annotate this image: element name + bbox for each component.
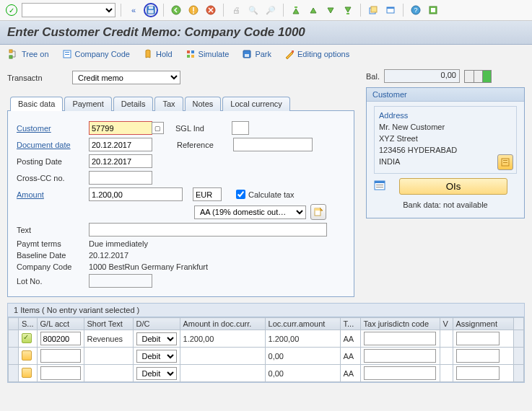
- status-warn-icon: [22, 350, 32, 361]
- col-tax[interactable]: T...: [340, 318, 360, 330]
- loc-amount-cell[interactable]: 0,00: [265, 348, 340, 365]
- exit-icon[interactable]: [186, 3, 201, 17]
- address-detail-button[interactable]: [497, 154, 513, 170]
- help-icon[interactable]: ?: [409, 3, 423, 17]
- row-selector[interactable]: [9, 348, 19, 365]
- table-row[interactable]: RevenuesDebit1.200,001.200,00AA: [9, 330, 524, 348]
- transaction-select[interactable]: Credit memo: [72, 71, 180, 84]
- items-header: 1 Items ( No entry variant selected ): [7, 303, 525, 317]
- tab-details[interactable]: Details: [113, 97, 154, 111]
- simulate-label: Simulate: [199, 50, 230, 58]
- back-icon[interactable]: [169, 3, 183, 17]
- text-input[interactable]: [89, 223, 327, 237]
- document-date-input[interactable]: [89, 138, 152, 151]
- col-short-text[interactable]: Short Text: [84, 318, 133, 330]
- currency-input[interactable]: [193, 187, 222, 201]
- ok-button[interactable]: ✓: [4, 3, 19, 17]
- calculate-tax-checkbox[interactable]: [236, 190, 245, 199]
- col-loc-amount[interactable]: Loc.curr.amount: [265, 318, 340, 330]
- assignment-input[interactable]: [456, 349, 500, 363]
- first-page-icon[interactable]: [289, 3, 303, 17]
- gl-acct-input[interactable]: [40, 366, 81, 380]
- address-line-1: Mr. New Customer: [379, 123, 512, 131]
- tab-notes[interactable]: Notes: [185, 97, 222, 111]
- cross-cc-input[interactable]: [89, 171, 152, 185]
- page-title: Enter Customer Credit Memo: Company Code…: [0, 21, 532, 45]
- back-history-icon[interactable]: «: [126, 3, 141, 17]
- customer-group: Customer Address Mr. New Customer XYZ St…: [366, 87, 525, 218]
- ois-button[interactable]: OIs: [399, 178, 507, 195]
- document-date-label[interactable]: Document date: [17, 141, 89, 149]
- tax-cell[interactable]: AA: [340, 348, 360, 365]
- prev-page-icon[interactable]: [306, 3, 320, 17]
- assignment-input[interactable]: [456, 366, 500, 380]
- command-field[interactable]: [22, 3, 115, 17]
- reference-input[interactable]: [233, 138, 313, 151]
- items-table: S... G/L acct Short Text D/C Amount in d…: [8, 317, 524, 382]
- col-dc[interactable]: D/C: [133, 318, 180, 330]
- tax-jur-input[interactable]: [364, 349, 436, 363]
- tax-cell[interactable]: AA: [340, 365, 360, 382]
- cancel-icon[interactable]: [204, 3, 218, 17]
- col-row-selector[interactable]: [9, 318, 19, 330]
- amount-doc-cell[interactable]: 1.200,00: [180, 330, 265, 348]
- park-button[interactable]: Park: [242, 49, 271, 59]
- table-row[interactable]: Debit0,00AA: [9, 348, 524, 365]
- col-status[interactable]: S...: [19, 318, 38, 330]
- editing-options-button[interactable]: Editing options: [284, 49, 349, 59]
- amount-doc-cell[interactable]: [180, 365, 265, 382]
- tax-jur-input[interactable]: [364, 366, 436, 380]
- sgl-ind-input[interactable]: [232, 121, 249, 135]
- gl-acct-input[interactable]: [40, 332, 81, 345]
- save-button[interactable]: [144, 3, 158, 17]
- svg-rect-30: [315, 208, 320, 211]
- amount-input[interactable]: [89, 187, 183, 201]
- tab-local-currency[interactable]: Local currency: [222, 97, 290, 111]
- short-text-cell: [84, 348, 133, 365]
- tax-cell[interactable]: AA: [340, 330, 360, 348]
- amount-label[interactable]: Amount: [17, 190, 89, 199]
- customize-icon[interactable]: [426, 3, 440, 17]
- table-row[interactable]: Debit0,00AA: [9, 365, 524, 382]
- svg-rect-12: [387, 7, 394, 9]
- svg-rect-23: [191, 50, 194, 53]
- company-code-button[interactable]: Company Code: [62, 49, 130, 59]
- col-amount-doc[interactable]: Amount in doc.curr.: [180, 318, 265, 330]
- dc-select[interactable]: Debit: [136, 350, 177, 363]
- tax-code-select[interactable]: AA (19% domestic out…: [194, 206, 306, 219]
- loc-amount-cell[interactable]: 0,00: [265, 365, 340, 382]
- v-cell[interactable]: [440, 348, 453, 365]
- system-toolbar: ✓ « 🖨 🔍 🔎 ?: [0, 0, 532, 21]
- dc-select[interactable]: Debit: [136, 332, 177, 345]
- col-gl-acct[interactable]: G/L acct: [37, 318, 84, 330]
- loc-amount-cell[interactable]: 1.200,00: [265, 330, 340, 348]
- row-selector[interactable]: [9, 365, 19, 382]
- col-tax-jur[interactable]: Tax jurisdictn code: [360, 318, 440, 330]
- row-selector[interactable]: [9, 330, 19, 348]
- col-assignment[interactable]: Assignment: [453, 318, 513, 330]
- next-page-icon[interactable]: [323, 3, 338, 17]
- gl-acct-input[interactable]: [40, 349, 81, 363]
- customer-input[interactable]: [89, 121, 152, 135]
- simulate-button[interactable]: Simulate: [186, 49, 230, 59]
- customer-f4-help[interactable]: ▢: [152, 122, 164, 134]
- tree-on-button[interactable]: Tree on: [9, 49, 49, 59]
- new-session-icon[interactable]: [366, 3, 380, 17]
- shortcut-icon[interactable]: [383, 3, 398, 17]
- col-v[interactable]: V: [440, 318, 453, 330]
- v-cell[interactable]: [440, 365, 453, 382]
- last-page-icon[interactable]: [341, 3, 355, 17]
- hold-button[interactable]: Hold: [143, 49, 173, 59]
- amount-doc-cell[interactable]: [180, 348, 265, 365]
- tab-payment[interactable]: Payment: [64, 97, 111, 111]
- v-cell[interactable]: [440, 330, 453, 348]
- tax-detail-button[interactable]: [310, 204, 326, 220]
- assignment-input[interactable]: [456, 332, 500, 345]
- tab-basic-data[interactable]: Basic data: [10, 97, 63, 111]
- tab-tax[interactable]: Tax: [154, 97, 183, 111]
- posting-date-input[interactable]: [89, 154, 152, 168]
- dc-select[interactable]: Debit: [136, 367, 177, 380]
- customer-group-title: Customer: [367, 88, 524, 102]
- customer-label[interactable]: Customer: [17, 124, 89, 133]
- tax-jur-input[interactable]: [364, 332, 436, 345]
